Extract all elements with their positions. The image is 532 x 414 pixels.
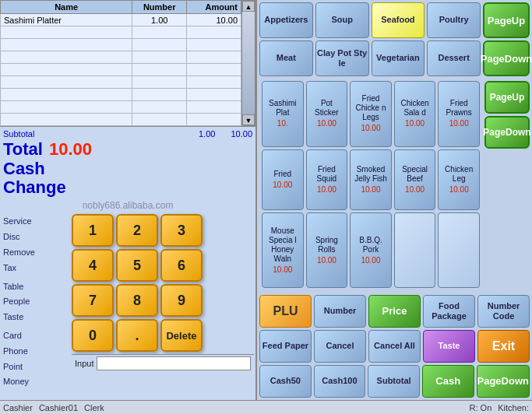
- action-btn-feed-paper[interactable]: Feed Paper: [259, 330, 312, 363]
- col-header-amount: Amount: [187, 1, 241, 14]
- num-btn-4[interactable]: 4: [72, 249, 114, 282]
- info-label: Table: [3, 279, 67, 295]
- num-btn-3[interactable]: 3: [160, 214, 203, 247]
- menu-item-name: Special Beef: [396, 165, 434, 184]
- action-btn-subtotal[interactable]: Subtotal: [368, 365, 420, 398]
- menu-item-name: Chicken Sala d: [396, 99, 434, 118]
- num-btn-1[interactable]: 1: [72, 214, 114, 247]
- total-value: 10.00: [49, 139, 92, 160]
- action-btn-cash50[interactable]: Cash50: [259, 365, 312, 398]
- action-btn-food-package[interactable]: Food Package: [423, 295, 475, 328]
- cash-label: Cash: [3, 160, 45, 178]
- kitchen-label: R: On: [470, 403, 492, 412]
- menu-item-name: Chicken Leg: [440, 165, 477, 184]
- info-label: Taste: [3, 310, 67, 325]
- menu-item-button[interactable]: Chicken Sala d10.00: [394, 81, 436, 147]
- menu-item-price: 10.00: [361, 124, 380, 133]
- scroll-up-arrow[interactable]: ▲: [242, 1, 255, 12]
- col-header-name: Name: [1, 1, 132, 14]
- scroll-down-arrow[interactable]: ▼: [242, 114, 255, 125]
- subtotal-label: Subtotal: [3, 129, 34, 139]
- menu-item-button[interactable]: Sashimi Plat10.: [262, 81, 304, 147]
- menu-item-button[interactable]: Fried10.00: [262, 149, 304, 211]
- menu-item-price: 10.00: [317, 256, 336, 265]
- menu-item-name: Mouse Specia l Honey Waln: [264, 226, 301, 264]
- menu-item-price: 10.00: [449, 185, 469, 195]
- action-btn-price[interactable]: Price: [368, 295, 421, 328]
- input-field[interactable]: [97, 356, 251, 370]
- action-btn-cancel-all[interactable]: Cancel All: [368, 330, 421, 363]
- action-btn-cash100[interactable]: Cash100: [314, 365, 366, 398]
- menu-item-name: Fried Prawns: [440, 99, 477, 118]
- kitchen-value: Kitchen:: [498, 403, 529, 412]
- watermark: nobly686.alibaba.com: [0, 198, 255, 212]
- num-btn-8[interactable]: 8: [116, 284, 158, 317]
- menu-item-button[interactable]: Pot Sticker10.00: [306, 81, 348, 147]
- menu-item-price: 10.00: [317, 119, 336, 128]
- change-label: Change: [3, 178, 66, 197]
- extra-label: Point: [3, 360, 67, 375]
- subtotal-number: 1.00: [199, 129, 215, 139]
- num-btn-2[interactable]: 2: [116, 214, 158, 247]
- action-btn-number[interactable]: Number: [314, 295, 366, 328]
- num-btn-6[interactable]: 6: [160, 249, 203, 282]
- action-btn-exit[interactable]: Exit: [477, 330, 530, 363]
- menu-item-button[interactable]: Mouse Specia l Honey Waln10.00: [262, 212, 304, 288]
- cashier-label: Cashier: [3, 403, 33, 412]
- category-btn-appetizers[interactable]: Appetizers: [259, 2, 313, 38]
- input-label: Input: [75, 359, 93, 368]
- category-btn-poultry[interactable]: Poultry: [427, 2, 481, 38]
- menu-item-name: Pot Sticker: [308, 99, 346, 118]
- row-number: 1.00: [132, 14, 187, 26]
- menu-item-price: 10.00: [273, 181, 292, 190]
- menu-item-button[interactable]: Fried Squid10.00: [306, 149, 348, 211]
- action-btn-cash[interactable]: Cash: [422, 365, 474, 398]
- menu-item-price: 10.00: [405, 119, 425, 128]
- menu-item-button[interactable]: Smoked Jelly Fish10.00: [350, 149, 392, 211]
- info-label: Service: [3, 214, 67, 230]
- cashier-value: Cashier01: [39, 403, 78, 412]
- menu-item-button[interactable]: B.B.Q. Pork10.00: [350, 212, 392, 288]
- category-btn-soup[interactable]: Soup: [315, 2, 369, 38]
- menu-item-price: 10.00: [449, 119, 469, 128]
- menu-item-button[interactable]: Spring Rolls10.00: [306, 212, 348, 288]
- page-down-button-side[interactable]: PageDown: [484, 116, 530, 149]
- action-btn-taste[interactable]: Taste: [423, 330, 475, 363]
- page-down-button-top[interactable]: PageDown: [483, 40, 530, 76]
- row-name: Sashimi Platter: [1, 14, 132, 26]
- action-btn-pagedown[interactable]: PageDown: [477, 365, 530, 398]
- num-btn-9[interactable]: 9: [160, 284, 203, 317]
- menu-item-button[interactable]: Fried Prawns10.00: [438, 81, 480, 147]
- menu-item-name: Fried: [273, 170, 291, 179]
- col-header-number: Number: [132, 1, 187, 14]
- menu-item-name: B.B.Q. Pork: [352, 236, 389, 254]
- category-btn-meat[interactable]: Meat: [259, 40, 313, 76]
- page-up-button-top[interactable]: PageUp: [483, 2, 530, 38]
- delete-button[interactable]: Delete: [160, 319, 203, 352]
- subtotal-amount: 10.00: [231, 129, 252, 139]
- menu-item-price: 10.00: [273, 265, 292, 275]
- clerk-label: Clerk: [84, 403, 104, 412]
- menu-item-button: [438, 212, 480, 288]
- page-up-button-side[interactable]: PageUp: [484, 81, 530, 114]
- menu-item-button[interactable]: Fried Chicke n Legs10.00: [350, 81, 392, 147]
- menu-item-button[interactable]: Special Beef10.00: [394, 149, 436, 211]
- category-btn-seafood[interactable]: Seafood: [372, 2, 425, 38]
- table-row[interactable]: Sashimi Platter 1.00 10.00: [1, 14, 241, 26]
- num-btn-5[interactable]: 5: [116, 249, 158, 282]
- num-btn-7[interactable]: 7: [72, 284, 114, 317]
- num-btn-.[interactable]: .: [116, 319, 158, 352]
- num-btn-0[interactable]: 0: [72, 319, 114, 352]
- menu-item-button[interactable]: Chicken Leg10.00: [438, 149, 480, 211]
- extra-label: Phone: [3, 344, 67, 360]
- category-btn-vegetarian[interactable]: Vegetarian: [372, 40, 425, 76]
- category-btn-dessert[interactable]: Dessert: [427, 40, 481, 76]
- action-btn-number-code[interactable]: Number Code: [477, 295, 530, 328]
- menu-item-name: Sashimi Plat: [264, 99, 301, 118]
- action-btn-plu[interactable]: PLU: [259, 295, 312, 328]
- extra-label: Money: [3, 374, 67, 390]
- menu-item-price: 10.00: [361, 256, 380, 265]
- info-label: Tax: [3, 261, 67, 276]
- action-btn-cancel[interactable]: Cancel: [314, 330, 366, 363]
- category-btn-clay-pot[interactable]: Clay Pot Sty le: [315, 40, 369, 76]
